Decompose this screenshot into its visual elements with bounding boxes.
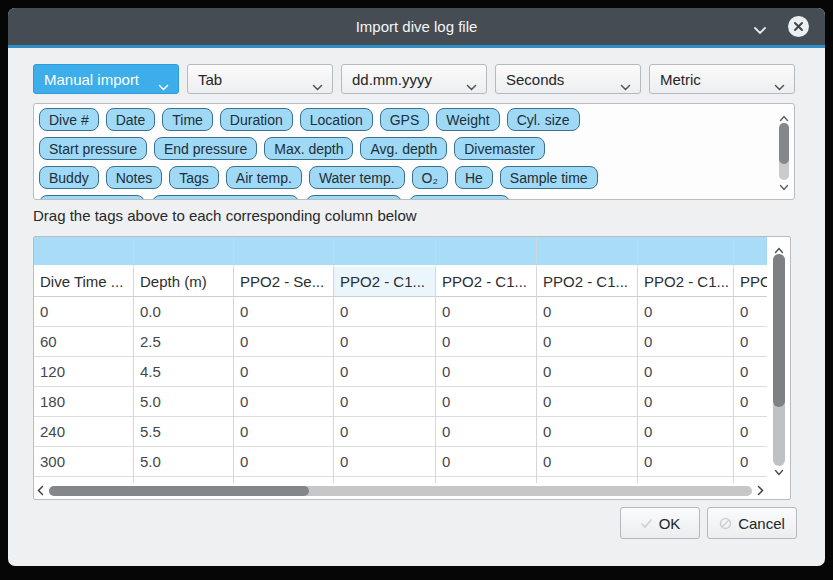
titlebar[interactable]: Import dive log file (8, 8, 825, 45)
tag-max-depth[interactable]: Max. depth (264, 137, 353, 160)
chevron-down-icon (774, 77, 785, 94)
tag-weight[interactable]: Weight (436, 108, 499, 131)
column-header[interactable]: PPO2 - C1... (537, 267, 638, 297)
table-cell: 5.0 (134, 447, 234, 477)
table-cell: 0 (334, 447, 436, 477)
tag-avg-depth[interactable]: Avg. depth (360, 137, 447, 160)
column-drop-target[interactable] (537, 237, 638, 267)
cancel-label: Cancel (738, 515, 785, 532)
table-horizontal-scrollbar[interactable] (37, 483, 764, 498)
table-cell: 5.0 (134, 387, 234, 417)
units-select[interactable]: Metric (649, 64, 795, 94)
table-cell: 0 (537, 447, 638, 477)
tag-divemaster[interactable]: Divemaster (454, 137, 545, 160)
column-header[interactable]: PPO2 (734, 267, 767, 297)
column-header[interactable]: Dive Time ... (34, 267, 134, 297)
table-cell: 0 (334, 327, 436, 357)
column-header[interactable]: PPO2 - Se... (234, 267, 334, 297)
tag-buddy[interactable]: Buddy (39, 166, 99, 189)
window-title: Import dive log file (8, 18, 825, 35)
table-cell: 120 (34, 357, 134, 387)
table-vertical-scrollbar[interactable] (771, 240, 787, 480)
table-cell: 0 (734, 297, 767, 327)
scroll-down-icon[interactable] (779, 177, 789, 195)
tag-time[interactable]: Time (162, 108, 213, 131)
date-format-select[interactable]: dd.mm.yyyy (341, 64, 487, 94)
scroll-left-icon[interactable] (37, 485, 44, 496)
table-cell: 0 (734, 357, 767, 387)
tag-sample-depth[interactable]: Sample depth (39, 195, 145, 200)
tag-start-pressure[interactable]: Start pressure (39, 137, 147, 160)
tag-row: Dive #DateTimeDurationLocationGPSWeightC… (39, 108, 766, 131)
table-cell: 5.5 (134, 417, 234, 447)
column-drop-target[interactable] (436, 237, 537, 267)
ok-button[interactable]: OK (620, 507, 700, 539)
tag-row: BuddyNotesTagsAir temp.Water temp.O₂HeSa… (39, 166, 766, 189)
column-header[interactable]: Depth (m) (134, 267, 234, 297)
column-drop-target[interactable] (234, 237, 334, 267)
dialog-footer: OK Cancel (620, 507, 797, 539)
tag-panel-scrollbar[interactable] (777, 108, 791, 195)
scroll-right-icon[interactable] (757, 485, 764, 496)
column-drop-target[interactable] (334, 237, 436, 267)
column-drop-target[interactable] (638, 237, 734, 267)
column-drop-target[interactable] (34, 237, 134, 267)
table-cell: 0 (638, 387, 734, 417)
table-row (34, 237, 767, 267)
scrollbar-track[interactable] (779, 123, 789, 180)
tag-row: Sample depthSample temperatureSample pO₂… (39, 195, 766, 200)
scrollbar-thumb[interactable] (49, 486, 309, 496)
tag-cyl-size[interactable]: Cyl. size (507, 108, 580, 131)
tag-tags[interactable]: Tags (169, 166, 219, 189)
table-cell: 0 (234, 447, 334, 477)
tag-notes[interactable]: Notes (106, 166, 163, 189)
table-cell: 0 (537, 327, 638, 357)
select-value: Metric (660, 71, 701, 88)
drag-instruction-label: Drag the tags above to each correspondin… (33, 207, 417, 224)
scrollbar-thumb[interactable] (773, 254, 785, 407)
duration-format-select[interactable]: Seconds (495, 64, 641, 94)
table-row: 1204.5000000 (34, 357, 767, 387)
tag-date[interactable]: Date (106, 108, 156, 131)
column-drop-target[interactable] (134, 237, 234, 267)
field-separator-select[interactable]: Tab (187, 64, 333, 94)
scroll-down-icon[interactable] (774, 462, 784, 480)
tag-duration[interactable]: Duration (220, 108, 293, 131)
tag-dive[interactable]: Dive # (39, 108, 99, 131)
tag-sample-temperature[interactable]: Sample temperature (152, 195, 299, 200)
scrollbar-track[interactable] (49, 486, 752, 496)
table-cell: 0 (234, 387, 334, 417)
tag-location[interactable]: Location (300, 108, 373, 131)
table-cell: 0 (436, 447, 537, 477)
column-header[interactable]: PPO2 - C1... (334, 267, 436, 297)
tag-water-temp[interactable]: Water temp. (309, 166, 405, 189)
tag-air-temp[interactable]: Air temp. (226, 166, 302, 189)
close-button[interactable] (787, 15, 810, 38)
column-header[interactable]: PPO2 - C1... (638, 267, 734, 297)
column-drop-target[interactable] (734, 237, 767, 267)
table-cell: 0 (234, 297, 334, 327)
import-type-select[interactable]: Manual import (33, 64, 179, 94)
table-row: 2405.5000000 (34, 417, 767, 447)
table-cell: 0 (734, 387, 767, 417)
tag-o[interactable]: O₂ (412, 166, 448, 189)
titlebar-accent-line (8, 45, 825, 48)
tag-sample-po[interactable]: Sample pO₂ (306, 195, 401, 200)
table-cell: 0 (436, 417, 537, 447)
scrollbar-track[interactable] (773, 254, 785, 466)
cancel-button[interactable]: Cancel (707, 507, 797, 539)
scrollbar-thumb[interactable] (779, 123, 789, 164)
tag-end-pressure[interactable]: End pressure (154, 137, 257, 160)
table-row: Dive Time ...Depth (m)PPO2 - Se...PPO2 -… (34, 267, 767, 297)
titlebar-chevron-down-icon[interactable] (753, 21, 767, 39)
tag-sample-time[interactable]: Sample time (500, 166, 598, 189)
tag-he[interactable]: He (455, 166, 493, 189)
column-header[interactable]: PPO2 - C1... (436, 267, 537, 297)
table-cell: 0 (537, 417, 638, 447)
select-value: Manual import (44, 71, 139, 88)
table-grid: Dive Time ...Depth (m)PPO2 - Se...PPO2 -… (34, 237, 767, 483)
tag-gps[interactable]: GPS (380, 108, 430, 131)
tag-row: Start pressureEnd pressureMax. depthAvg.… (39, 137, 766, 160)
tag-sample-cns[interactable]: Sample CNS (409, 195, 510, 200)
table-cell: 0 (34, 297, 134, 327)
